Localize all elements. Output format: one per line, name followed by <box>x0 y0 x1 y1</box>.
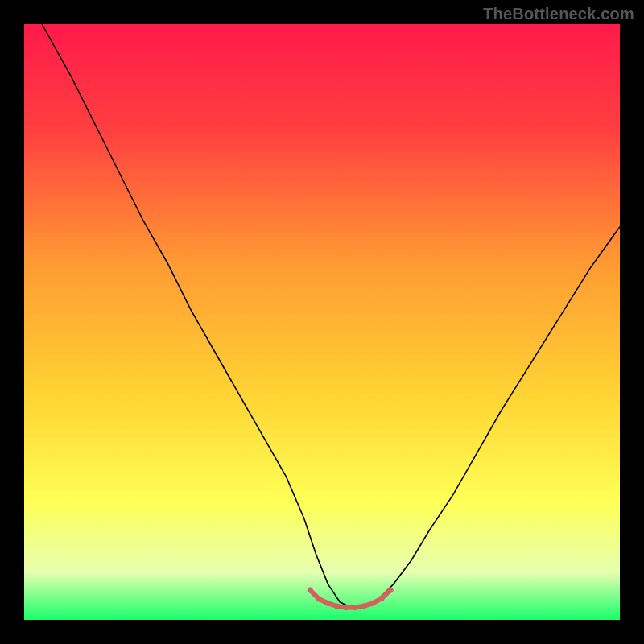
trough-dot <box>361 603 366 609</box>
chart-svg <box>24 24 620 620</box>
trough-dot <box>352 605 357 610</box>
trough-dot <box>334 603 340 609</box>
chart-frame: TheBottleneck.com <box>0 0 644 644</box>
chart-background <box>24 24 620 620</box>
trough-dot <box>316 597 322 602</box>
plot-area <box>24 24 620 620</box>
trough-dot <box>379 596 385 601</box>
watermark-text: TheBottleneck.com <box>483 5 634 23</box>
trough-dot <box>308 588 313 593</box>
trough-dot <box>369 601 375 606</box>
trough-dot <box>343 605 349 610</box>
trough-dot <box>325 601 331 606</box>
trough-dot <box>388 588 394 593</box>
